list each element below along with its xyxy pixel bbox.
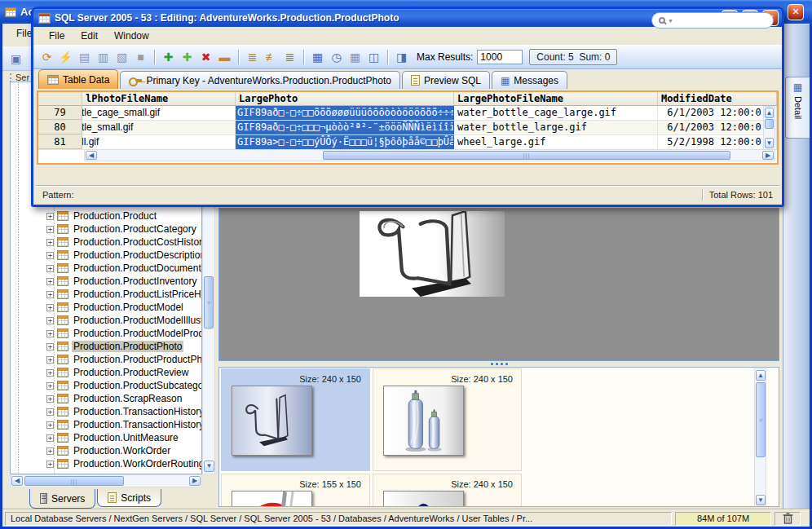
register-server-icon[interactable]: ▣ xyxy=(7,50,24,67)
max-results-input[interactable] xyxy=(477,50,523,64)
tab-servers[interactable]: Servers xyxy=(29,489,95,509)
expand-icon[interactable]: + xyxy=(46,447,54,455)
memory-indicator[interactable]: 84M of 107M xyxy=(675,512,771,526)
export-icon[interactable]: ▧ xyxy=(113,49,130,66)
delete-script-icon[interactable]: ≢ xyxy=(263,49,280,66)
expand-icon[interactable]: + xyxy=(46,252,54,259)
duplicate-row-icon[interactable]: ✚ xyxy=(179,49,196,66)
tree-vscroll-down-button[interactable]: ▼ xyxy=(204,461,214,472)
sidebar-item-production-productlistpricehist[interactable]: +Production.ProductListPriceHist xyxy=(11,288,201,301)
expand-icon[interactable]: + xyxy=(46,408,54,416)
sidebar-item-production-productcosthistory[interactable]: +Production.ProductCostHistory xyxy=(11,236,201,249)
tree-vscroll-thumb[interactable]: ≡ xyxy=(204,276,214,328)
expand-icon[interactable]: + xyxy=(46,291,54,298)
expand-icon[interactable]: + xyxy=(46,461,54,468)
filter-script-icon[interactable]: ≣ xyxy=(244,49,261,66)
thumbnail-cell-jersey[interactable]: Size: 240 x 150 xyxy=(373,474,522,507)
tab-primary-key-adventureworks-production-productphoto[interactable]: Primary Key - AdventureWorks.Production.… xyxy=(120,71,400,89)
commit-icon[interactable]: ▤ xyxy=(76,49,93,66)
tab-preview-sql[interactable]: Preview SQL xyxy=(402,71,490,89)
expand-icon[interactable]: + xyxy=(46,343,54,350)
sidebar-item-production-workorderrouting[interactable]: +Production.WorkOrderRouting xyxy=(11,457,201,470)
menu-window[interactable]: Window xyxy=(107,29,157,43)
thumbnail-cell-wheel[interactable]: Size: 155 x 150 xyxy=(221,474,370,507)
sidebar-item-production-productphoto[interactable]: +Production.ProductPhoto xyxy=(11,340,201,353)
grid-vscroll-up-button[interactable]: ▲ xyxy=(765,108,774,118)
grid-icon[interactable]: ▦ xyxy=(309,49,326,66)
thumbnails-vertical-scrollbar[interactable]: ▲ ≡ ▼ xyxy=(754,368,766,507)
expand-icon[interactable]: + xyxy=(46,421,54,429)
main-close-button[interactable]: ✕ xyxy=(788,4,804,20)
expand-icon[interactable]: + xyxy=(46,278,54,285)
expand-icon[interactable]: + xyxy=(46,265,54,272)
expand-icon[interactable]: + xyxy=(46,395,54,403)
menu-edit[interactable]: Edit xyxy=(73,29,105,43)
grid-hscroll-thumb[interactable]: ||| xyxy=(323,151,730,160)
tab-messages[interactable]: ▦Messages xyxy=(492,71,567,89)
cell-modified-date[interactable]: 6/1/2003 12:00:0 xyxy=(658,121,777,134)
grid-horizontal-scrollbar[interactable]: ◀ ||| ▶ xyxy=(84,149,775,161)
expand-icon[interactable]: + xyxy=(46,226,54,233)
tree-hscroll-left-button[interactable]: ◀ xyxy=(11,476,23,486)
grid-hscroll-left-button[interactable]: ◀ xyxy=(86,151,97,160)
tab-table-data[interactable]: Table Data xyxy=(38,69,118,89)
sidebar-item-production-productmodelillustra[interactable]: +Production.ProductModelIllustra xyxy=(11,314,201,327)
find-row-icon[interactable]: ◨ xyxy=(393,49,410,66)
cell-large-photo[interactable]: GIF89að□-□÷□□□¬µòòò²ª²-¨±öööÑÑÑìëìíîï. xyxy=(236,121,454,134)
thumbnail-cell-cage[interactable]: Size: 240 x 150 xyxy=(221,368,370,471)
sidebar-item-production-productproductphot[interactable]: +Production.ProductProductPhot xyxy=(11,353,201,366)
sidebar-item-production-productsubcategory[interactable]: +Production.ProductSubcategory xyxy=(11,379,201,392)
chevron-down-icon[interactable]: ▼ xyxy=(668,18,673,24)
row-number[interactable]: 80 xyxy=(38,121,82,134)
sidebar-item-production-productmodelprodu[interactable]: +Production.ProductModelProdu xyxy=(11,327,201,340)
column-icon[interactable]: ◫ xyxy=(365,49,382,66)
tab-detail[interactable]: ▦ Detail xyxy=(785,77,810,139)
calendar-icon[interactable]: ▦ xyxy=(346,49,364,66)
sidebar-item-production-transactionhistory[interactable]: +Production.TransactionHistory xyxy=(11,405,201,418)
expand-icon[interactable]: + xyxy=(46,239,54,246)
row-number[interactable]: 79 xyxy=(38,106,82,120)
expand-icon[interactable]: + xyxy=(46,304,54,311)
sidebar-item-production-product[interactable]: +Production.Product xyxy=(11,209,201,223)
grid-vscroll-down-button[interactable]: ▼ xyxy=(765,138,774,148)
panel-grip[interactable] xyxy=(10,73,12,82)
stop-icon[interactable]: ■ xyxy=(132,49,149,66)
cell-large-photo-file-name[interactable]: wheel_large.gif xyxy=(454,135,658,149)
expand-icon[interactable]: + xyxy=(46,213,54,220)
tree-horizontal-scrollbar[interactable]: ◀ ||| ▶ xyxy=(10,474,202,487)
grid-hscroll-right-button[interactable]: ▶ xyxy=(762,151,774,160)
edit-row-icon[interactable]: ▬ xyxy=(216,49,233,66)
column-header-LargePhoto[interactable]: LargePhoto xyxy=(236,92,454,105)
insert-row-icon[interactable]: ✚ xyxy=(160,49,177,66)
expand-icon[interactable]: + xyxy=(46,317,54,324)
grid-vertical-scrollbar[interactable]: ▲ ▼ xyxy=(763,106,775,150)
cell-large-photo[interactable]: GIF89að□-□÷□□õõõøøøüüüôôôòòòöööõõõ÷÷÷ xyxy=(236,106,454,120)
sidebar-item-production-unitmeasure[interactable]: +Production.UnitMeasure xyxy=(11,431,201,444)
thumbnails-vscroll-up-button[interactable]: ▲ xyxy=(756,370,766,381)
row-number[interactable]: 81 xyxy=(38,135,82,149)
cell-large-photo-file-name[interactable]: water_bottle_large.gif xyxy=(454,121,658,134)
sidebar-item-production-productdocument[interactable]: +Production.ProductDocument xyxy=(11,262,201,275)
sidebar-item-production-transactionhistorya[interactable]: +Production.TransactionHistoryA xyxy=(11,418,201,431)
tab-scripts[interactable]: Scripts xyxy=(97,489,161,507)
sidebar-item-production-productinventory[interactable]: +Production.ProductInventory xyxy=(11,275,201,288)
expand-icon[interactable]: + xyxy=(46,356,54,364)
search-input[interactable] xyxy=(676,15,757,25)
sidebar-item-production-productcategory[interactable]: +Production.ProductCategory xyxy=(11,223,201,236)
cell-thumbnail-photo-file-name[interactable]: ll.gif xyxy=(82,135,236,149)
splitter-handle[interactable] xyxy=(218,361,779,367)
expand-icon[interactable]: + xyxy=(46,369,54,377)
thumbnails-vscroll-down-button[interactable]: ▼ xyxy=(756,495,766,505)
tree-hscroll-right-button[interactable]: ▶ xyxy=(189,476,201,486)
trash-icon[interactable] xyxy=(783,513,793,524)
sidebar-item-production-productreview[interactable]: +Production.ProductReview xyxy=(11,366,201,379)
expand-icon[interactable]: + xyxy=(46,434,54,442)
cell-modified-date[interactable]: 6/1/2003 12:00:0 xyxy=(658,106,777,120)
column-header-ModifiedDate[interactable]: ModifiedDate xyxy=(658,92,777,105)
thumbnails-vscroll-thumb[interactable]: ≡ xyxy=(756,382,766,457)
sidebar-item-production-productdescription[interactable]: +Production.ProductDescription xyxy=(11,249,201,262)
expand-icon[interactable]: + xyxy=(46,382,54,390)
cell-thumbnail-photo-file-name[interactable]: tle_small.gif xyxy=(82,121,236,134)
tree-hscroll-thumb[interactable]: ||| xyxy=(24,476,124,486)
connect-icon[interactable]: ⚡ xyxy=(57,49,74,66)
